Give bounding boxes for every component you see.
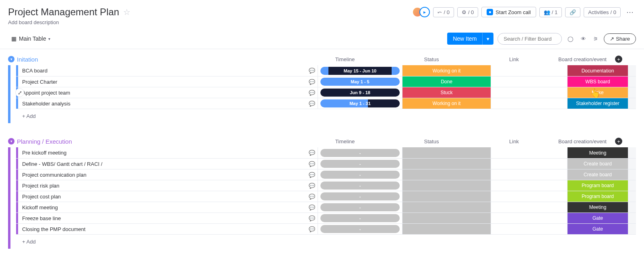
link-cell[interactable] bbox=[491, 147, 568, 158]
timeline-cell[interactable]: - bbox=[320, 214, 400, 222]
item-name[interactable]: Project communication plan bbox=[18, 169, 306, 180]
status-cell[interactable] bbox=[402, 169, 491, 180]
event-cell[interactable]: Create board bbox=[568, 159, 628, 169]
item-name[interactable]: Define - WBS/ Gantt chart / RACI / bbox=[18, 159, 306, 169]
integration-robot[interactable]: ⚙ / 0 bbox=[457, 7, 478, 17]
timeline-cell[interactable]: May 1 - 5 bbox=[320, 78, 400, 86]
column-header-status[interactable]: Status bbox=[387, 56, 476, 62]
link-cell[interactable] bbox=[491, 159, 568, 169]
chat-icon[interactable]: 💬 bbox=[306, 213, 318, 223]
link-cell[interactable] bbox=[491, 65, 568, 76]
collapse-icon[interactable]: ▾ bbox=[8, 56, 14, 62]
view-tab-main[interactable]: ▦ Main Table ▾ bbox=[8, 34, 54, 43]
status-cell[interactable] bbox=[402, 159, 491, 169]
item-name[interactable]: Stakeholder analysis bbox=[18, 98, 306, 109]
timeline-cell[interactable]: May 1 - 31 bbox=[320, 99, 400, 107]
timeline-cell[interactable]: - bbox=[320, 192, 400, 200]
event-cell[interactable]: Meeting bbox=[568, 202, 628, 213]
item-name[interactable]: Project cost plan bbox=[18, 191, 306, 202]
timeline-cell[interactable]: - bbox=[320, 160, 400, 168]
filter-icon[interactable]: ⚞ bbox=[592, 34, 600, 43]
link-cell[interactable] bbox=[491, 169, 568, 180]
people-count[interactable]: 👥 / 1 bbox=[539, 7, 562, 17]
status-cell[interactable] bbox=[402, 180, 491, 191]
status-cell[interactable] bbox=[402, 202, 491, 213]
status-cell[interactable] bbox=[402, 147, 491, 158]
item-name[interactable]: Project Charter bbox=[18, 76, 306, 87]
chat-icon[interactable]: 💬 bbox=[306, 147, 318, 158]
timeline-cell[interactable]: Jun 9 - 18 bbox=[320, 89, 400, 97]
add-item-row[interactable]: + Add bbox=[16, 109, 636, 123]
event-cell[interactable]: Gate bbox=[568, 224, 628, 234]
event-cell[interactable]: Program board bbox=[568, 180, 628, 191]
chat-icon[interactable]: 💬 bbox=[306, 98, 318, 109]
chat-icon[interactable]: 💬 bbox=[306, 169, 318, 180]
event-cell[interactable]: Gate bbox=[568, 213, 628, 223]
event-cell[interactable]: WBS board bbox=[568, 76, 628, 87]
status-cell[interactable]: Working on it bbox=[402, 98, 491, 109]
chat-icon[interactable]: 💬 bbox=[306, 224, 318, 234]
linked-boards[interactable]: 🔗 bbox=[565, 7, 580, 17]
chevron-down-icon[interactable]: ▾ bbox=[482, 33, 493, 45]
link-cell[interactable] bbox=[491, 213, 568, 223]
event-cell[interactable]: Create board bbox=[568, 169, 628, 180]
hide-icon[interactable]: 👁 bbox=[579, 34, 588, 43]
item-name[interactable]: Closing the PMP document bbox=[18, 224, 306, 234]
column-header-timeline[interactable]: Timeline bbox=[303, 138, 387, 144]
star-icon[interactable]: ☆ bbox=[123, 7, 130, 17]
chat-icon[interactable]: 💬 bbox=[306, 87, 318, 98]
event-cell[interactable]: Stakeholder register bbox=[568, 98, 628, 109]
chat-icon[interactable]: 💬 bbox=[306, 191, 318, 202]
item-name[interactable]: BCA board bbox=[18, 65, 306, 76]
collapse-icon[interactable]: ▾ bbox=[8, 138, 14, 144]
column-header-status[interactable]: Status bbox=[387, 138, 476, 144]
add-column[interactable]: + bbox=[613, 56, 622, 63]
zoom-button[interactable]: ■ Start Zoom call bbox=[481, 7, 536, 17]
item-name[interactable]: Appoint project team bbox=[18, 87, 306, 98]
add-column[interactable]: + bbox=[613, 138, 622, 145]
timeline-cell[interactable]: - bbox=[320, 203, 400, 211]
activities-button[interactable]: Activities / 0 bbox=[584, 7, 621, 17]
new-item-button[interactable]: New Item ▾ bbox=[447, 33, 493, 45]
column-header-timeline[interactable]: Timeline bbox=[303, 56, 387, 62]
more-menu-icon[interactable]: ⋯ bbox=[624, 8, 636, 17]
item-name[interactable]: Freeze base line bbox=[18, 213, 306, 223]
link-cell[interactable] bbox=[491, 87, 568, 98]
search-input[interactable] bbox=[497, 33, 562, 45]
chat-icon[interactable]: 💬 bbox=[306, 180, 318, 191]
event-cell[interactable]: 👆Make bbox=[568, 87, 628, 98]
chat-icon[interactable]: 💬 bbox=[306, 76, 318, 87]
status-cell[interactable] bbox=[402, 191, 491, 202]
item-name[interactable]: Pre kickoff meeting bbox=[18, 147, 306, 158]
timeline-cell[interactable]: May 15 - Jun 10 bbox=[320, 67, 400, 75]
column-header-link[interactable]: Link bbox=[476, 138, 552, 144]
chat-icon[interactable]: 💬 bbox=[306, 202, 318, 213]
column-header-link[interactable]: Link bbox=[476, 56, 552, 62]
expand-row-icon[interactable]: ⤢ bbox=[15, 88, 24, 97]
group-name[interactable]: Initation bbox=[17, 56, 303, 63]
integration-llama[interactable]: ⤺ / 0 bbox=[433, 7, 454, 17]
column-header-event[interactable]: Board creation/event bbox=[552, 138, 613, 144]
event-cell[interactable]: Documentation bbox=[568, 65, 628, 76]
status-cell[interactable]: Done bbox=[402, 76, 491, 87]
group-name[interactable]: Planning / Execution bbox=[17, 138, 303, 145]
status-cell[interactable] bbox=[402, 224, 491, 234]
item-name[interactable]: Project risk plan bbox=[18, 180, 306, 191]
chat-icon[interactable]: 💬 bbox=[306, 159, 318, 169]
timeline-cell[interactable]: - bbox=[320, 225, 400, 233]
status-cell[interactable] bbox=[402, 213, 491, 223]
person-filter-icon[interactable]: ◯ bbox=[566, 34, 575, 43]
timeline-cell[interactable]: - bbox=[320, 171, 400, 179]
link-cell[interactable] bbox=[491, 98, 568, 109]
status-cell[interactable]: Stuck bbox=[402, 87, 491, 98]
event-cell[interactable]: Program board bbox=[568, 191, 628, 202]
event-cell[interactable]: Meeting bbox=[568, 147, 628, 158]
timeline-cell[interactable]: - bbox=[320, 182, 400, 190]
board-description[interactable]: Add board description bbox=[8, 19, 636, 25]
link-cell[interactable] bbox=[491, 224, 568, 234]
link-cell[interactable] bbox=[491, 180, 568, 191]
chat-icon[interactable]: 💬 bbox=[306, 65, 318, 76]
link-cell[interactable] bbox=[491, 191, 568, 202]
link-cell[interactable] bbox=[491, 76, 568, 87]
item-name[interactable]: Kickoff meeting bbox=[18, 202, 306, 213]
